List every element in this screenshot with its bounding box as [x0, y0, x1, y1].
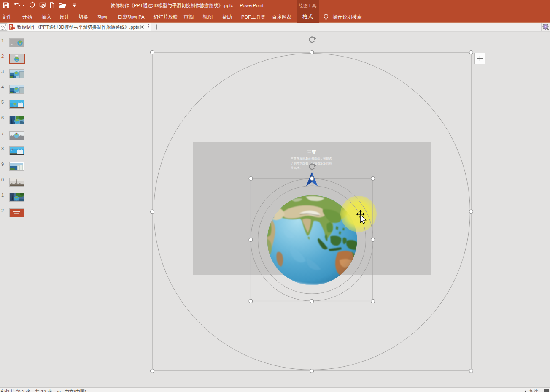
svg-text:P: P [10, 25, 13, 30]
